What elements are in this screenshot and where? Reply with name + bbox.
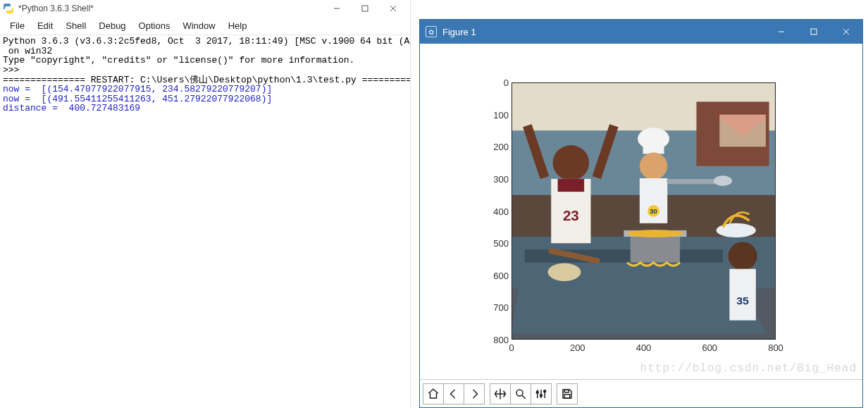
shell-line: on win32 — [3, 47, 407, 56]
close-button[interactable] — [379, 0, 407, 17]
xtick: 800 — [768, 342, 783, 353]
ytick: 0 — [504, 78, 509, 88]
svg-rect-1 — [362, 6, 368, 11]
tool-save[interactable] — [557, 383, 578, 404]
svg-point-44 — [540, 394, 542, 396]
xtick: 0 — [509, 342, 514, 353]
mpl-toolbar — [420, 379, 862, 407]
menu-help[interactable]: Help — [223, 19, 253, 32]
figure-canvas[interactable]: 23 30 — [420, 44, 862, 379]
menu-options[interactable]: Options — [133, 19, 176, 32]
shell-line: >>> — [3, 66, 407, 75]
figure-window: ✿ Figure 1 — [419, 19, 863, 408]
figure-close-button[interactable] — [830, 20, 862, 44]
xtick: 600 — [702, 342, 717, 353]
ytick: 500 — [493, 238, 509, 249]
svg-point-45 — [544, 390, 546, 392]
svg-point-43 — [536, 391, 538, 393]
shell-title: *Python 3.6.3 Shell* — [18, 4, 323, 13]
tool-back[interactable] — [443, 383, 464, 404]
menu-file[interactable]: File — [4, 19, 30, 32]
shell-line: now = [(491.55411255411263, 451.27922077… — [3, 94, 407, 104]
shell-output[interactable]: Python 3.6.3 (v3.6.3:2c5fed8, Oct 3 2017… — [0, 35, 410, 408]
menu-debug[interactable]: Debug — [93, 19, 131, 32]
tool-zoom[interactable] — [510, 383, 531, 404]
figure-minimize-button[interactable] — [765, 20, 798, 44]
plot-area[interactable]: 23 30 — [512, 82, 776, 340]
tool-configure[interactable] — [531, 383, 552, 404]
svg-line-39 — [522, 395, 526, 399]
shell-titlebar[interactable]: *Python 3.6.3 Shell* — [0, 0, 410, 17]
menu-shell[interactable]: Shell — [60, 19, 92, 32]
axes-frame — [512, 82, 776, 340]
menu-window[interactable]: Window — [177, 19, 221, 32]
shell-menubar: File Edit Shell Debug Options Window Hel… — [0, 17, 410, 35]
maximize-button[interactable] — [351, 0, 379, 17]
xtick: 200 — [570, 342, 585, 353]
ytick: 300 — [493, 173, 509, 184]
figure-maximize-button[interactable] — [798, 20, 830, 44]
minimize-button[interactable] — [323, 0, 351, 17]
python-shell-window: *Python 3.6.3 Shell* File Edit Shell Deb… — [0, 0, 411, 408]
shell-line: Type "copyright", "credits" or "license(… — [3, 56, 407, 66]
shell-line: =============== RESTART: C:\Users\佛山\Des… — [3, 75, 407, 85]
svg-rect-5 — [811, 29, 817, 35]
shell-line: now = [(154.47077922077915, 234.58279220… — [3, 85, 407, 94]
figure-titlebar[interactable]: ✿ Figure 1 — [420, 20, 862, 44]
tk-icon: ✿ — [426, 26, 437, 37]
ytick: 600 — [493, 270, 509, 280]
tool-forward[interactable] — [464, 383, 485, 404]
ytick: 700 — [493, 302, 509, 313]
ytick: 200 — [493, 142, 509, 152]
xtick: 400 — [636, 342, 652, 353]
python-icon — [3, 3, 14, 14]
tool-pan[interactable] — [490, 383, 511, 404]
svg-rect-47 — [564, 394, 570, 397]
shell-line: Python 3.6.3 (v3.6.3:2c5fed8, Oct 3 2017… — [3, 37, 407, 47]
menu-edit[interactable]: Edit — [32, 19, 58, 32]
shell-line: distance = 400.727483169 — [3, 104, 407, 113]
ytick: 100 — [493, 109, 509, 120]
watermark: http://blog.csdn.net/Big_Head — [640, 362, 857, 375]
ytick: 800 — [493, 335, 509, 345]
figure-title: Figure 1 — [442, 27, 765, 37]
ytick: 400 — [493, 206, 509, 216]
svg-rect-46 — [564, 390, 569, 392]
svg-point-38 — [516, 390, 523, 396]
tool-home[interactable] — [423, 383, 444, 404]
